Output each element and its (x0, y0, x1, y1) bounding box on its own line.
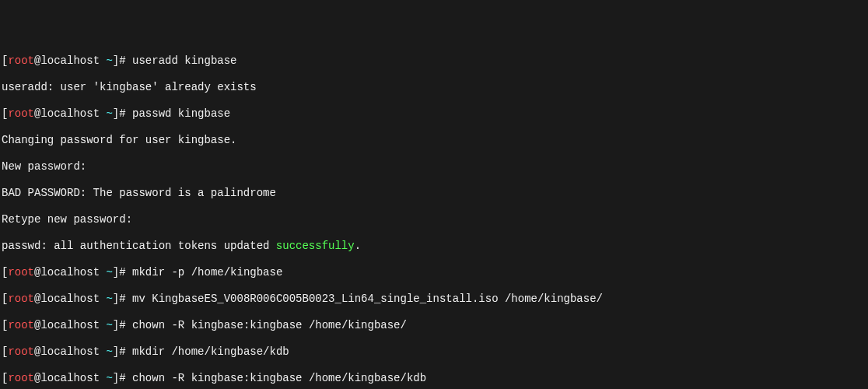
terminal-line: [root@localhost ~]# chown -R kingbase:ki… (2, 319, 868, 332)
terminal-line: BAD PASSWORD: The password is a palindro… (2, 187, 868, 200)
terminal-line: [root@localhost ~]# mkdir /home/kingbase… (2, 345, 868, 359)
terminal-line: [root@localhost ~]# useradd kingbase (2, 54, 868, 68)
terminal-line: [root@localhost ~]# chown -R kingbase:ki… (2, 372, 868, 385)
terminal-line: [root@localhost ~]# mkdir -p /home/kingb… (2, 266, 868, 279)
terminal-line: New password: (2, 160, 868, 173)
terminal-line: Retype new password: (2, 213, 868, 226)
terminal-line: useradd: user 'kingbase' already exists (2, 81, 868, 94)
terminal-line: passwd: all authentication tokens update… (2, 240, 868, 253)
terminal-line: [root@localhost ~]# mv KingbaseES_V008R0… (2, 293, 868, 306)
terminal-line: [root@localhost ~]# passwd kingbase (2, 107, 868, 121)
terminal-line: Changing password for user kingbase. (2, 134, 868, 147)
